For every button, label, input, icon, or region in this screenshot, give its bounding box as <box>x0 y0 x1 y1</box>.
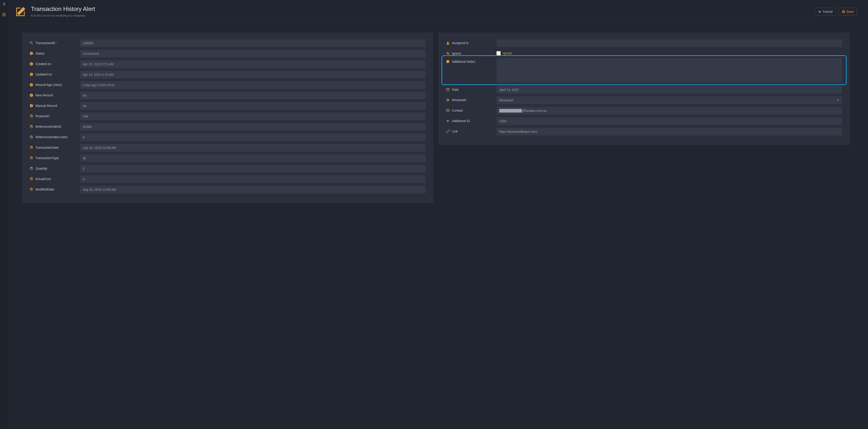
manual-record-input <box>80 102 426 110</box>
additional-id-input[interactable] <box>497 117 842 125</box>
svg-point-26 <box>30 167 32 168</box>
transaction-date-input[interactable] <box>80 144 426 152</box>
list-icon <box>446 98 450 102</box>
svg-point-29 <box>447 41 448 43</box>
field-created-on: Created on <box>30 60 426 68</box>
ref-order-line-id-input[interactable] <box>80 133 426 141</box>
left-panel: TransactionID* Status Created on <box>22 32 433 203</box>
database-icon <box>30 156 33 160</box>
database-icon <box>30 146 33 149</box>
info-icon <box>30 104 33 108</box>
field-link: Link <box>446 128 842 135</box>
user-icon <box>446 41 450 45</box>
ignore-checkbox-label: Ignore <box>503 51 512 55</box>
info-icon <box>30 52 33 55</box>
info-icon <box>30 83 33 87</box>
contact-input[interactable] <box>497 107 842 115</box>
right-panel: Assigned to Ignore Ignore <box>438 32 850 145</box>
svg-point-25 <box>30 157 32 158</box>
svg-point-4 <box>31 53 32 53</box>
transaction-id-input[interactable] <box>80 39 426 47</box>
field-record-age: Record Age (mins) <box>30 81 426 89</box>
ignore-checkbox[interactable] <box>497 51 501 55</box>
field-assigned-to: Assigned to <box>446 39 842 47</box>
field-ref-order-id: ReferenceOrderID <box>30 123 426 131</box>
page-subtitle: Edit this record by modifying its metada… <box>31 14 95 17</box>
field-reviewed: Reviewed Reviewed <box>446 96 842 104</box>
database-icon <box>30 177 33 181</box>
field-actual-cost: ActualCost <box>30 175 426 183</box>
reviewed-select[interactable]: Reviewed <box>497 96 842 104</box>
svg-point-10 <box>31 73 32 74</box>
link-icon <box>446 130 450 133</box>
new-record-input <box>80 92 426 99</box>
svg-point-19 <box>31 105 32 105</box>
save-icon <box>842 10 845 13</box>
sticky-note-icon <box>446 60 450 63</box>
svg-point-22 <box>30 125 32 126</box>
add-icon[interactable] <box>2 13 6 17</box>
field-ignore: Ignore Ignore <box>446 50 842 55</box>
actual-cost-input[interactable] <box>80 175 426 183</box>
close-icon <box>818 10 821 13</box>
date-input[interactable] <box>497 86 842 94</box>
database-icon <box>30 188 33 191</box>
svg-rect-20 <box>31 105 32 106</box>
field-status: Status <box>30 50 426 58</box>
svg-point-28 <box>30 188 32 189</box>
field-date: Date <box>446 86 842 94</box>
field-transaction-type: TransactionType <box>30 154 426 162</box>
created-on-input <box>80 60 426 68</box>
field-manual-record: Manual Record <box>30 102 426 110</box>
product-id-input[interactable] <box>80 113 426 120</box>
field-additional-id: Additional ID <box>446 117 842 125</box>
field-contact: Contact <box>446 107 842 115</box>
save-button[interactable]: Save <box>839 8 857 16</box>
status-input <box>80 50 426 58</box>
key-icon <box>30 41 33 45</box>
expand-rail-icon[interactable] <box>2 2 6 6</box>
updated-on-input <box>80 71 426 79</box>
assigned-to-input[interactable] <box>497 39 842 47</box>
cancel-button[interactable]: Cancel <box>815 8 836 16</box>
info-icon <box>30 72 33 76</box>
svg-point-2 <box>30 41 32 43</box>
svg-rect-14 <box>31 85 32 86</box>
ref-order-id-input[interactable] <box>80 123 426 131</box>
field-additional-notes: Additional Notes <box>446 58 842 83</box>
eye-slash-icon <box>446 52 450 55</box>
field-quantity: Quantity <box>30 165 426 173</box>
field-updated-on: Updated on <box>30 71 426 79</box>
field-ref-order-line-id: ReferenceOrderLineID <box>30 133 426 141</box>
svg-rect-1 <box>842 10 845 13</box>
svg-point-23 <box>30 136 32 136</box>
edit-page-icon <box>14 5 27 18</box>
page-title: Transaction History Alert <box>31 5 95 12</box>
database-icon <box>30 114 33 118</box>
field-product-id: ProductID <box>30 113 426 120</box>
database-icon <box>30 135 33 139</box>
svg-point-16 <box>31 94 32 95</box>
info-icon <box>30 93 33 97</box>
info-icon <box>30 62 33 66</box>
svg-point-27 <box>30 178 32 179</box>
svg-rect-30 <box>446 88 449 91</box>
link-input[interactable] <box>497 128 842 135</box>
record-age-input <box>80 81 426 89</box>
field-transaction-date: TransactionDate <box>30 144 426 152</box>
calendar-icon <box>446 88 450 91</box>
field-transaction-id: TransactionID* <box>30 39 426 47</box>
quantity-input[interactable] <box>80 165 426 173</box>
svg-rect-11 <box>31 74 32 75</box>
modified-date-input[interactable] <box>80 186 426 193</box>
svg-rect-17 <box>31 95 32 96</box>
plus-icon <box>446 119 450 123</box>
svg-point-13 <box>31 84 32 84</box>
svg-point-24 <box>30 146 32 147</box>
field-modified-date: ModifiedDate <box>30 186 426 193</box>
field-new-record: New Record <box>30 92 426 99</box>
additional-notes-input[interactable] <box>497 58 842 83</box>
database-icon <box>30 125 33 128</box>
transaction-type-input[interactable] <box>80 154 426 162</box>
database-icon <box>30 166 33 170</box>
